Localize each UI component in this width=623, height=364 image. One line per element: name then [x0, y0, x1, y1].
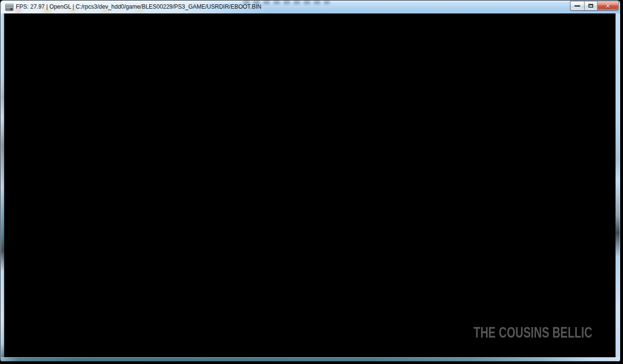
game-viewport[interactable]: THE COUSINS BELLIC [4, 13, 615, 357]
rpcs3-window: FPS: 27.97 | OpenGL | C:/rpcs3/dev_hdd0/… [0, 0, 621, 362]
app-icon[interactable] [5, 4, 13, 11]
minimize-button[interactable] [570, 1, 584, 11]
window-title: FPS: 27.97 | OpenGL | C:/rpcs3/dev_hdd0/… [16, 0, 262, 13]
close-icon: ✕ [605, 3, 611, 9]
close-button[interactable]: ✕ [598, 1, 619, 11]
maximize-icon [588, 4, 593, 8]
titlebar[interactable]: FPS: 27.97 | OpenGL | C:/rpcs3/dev_hdd0/… [0, 0, 620, 14]
minimize-icon [574, 5, 580, 7]
window-border-bottom[interactable] [0, 357, 620, 362]
desktop-strip-right [620, 0, 623, 364]
window-border-left[interactable] [0, 13, 4, 362]
mission-title-text: THE COUSINS BELLIC [473, 324, 592, 341]
window-controls: ✕ [570, 1, 619, 11]
desktop-strip-bottom [0, 362, 623, 364]
window-border-right[interactable] [615, 13, 620, 362]
maximize-button[interactable] [584, 1, 598, 11]
